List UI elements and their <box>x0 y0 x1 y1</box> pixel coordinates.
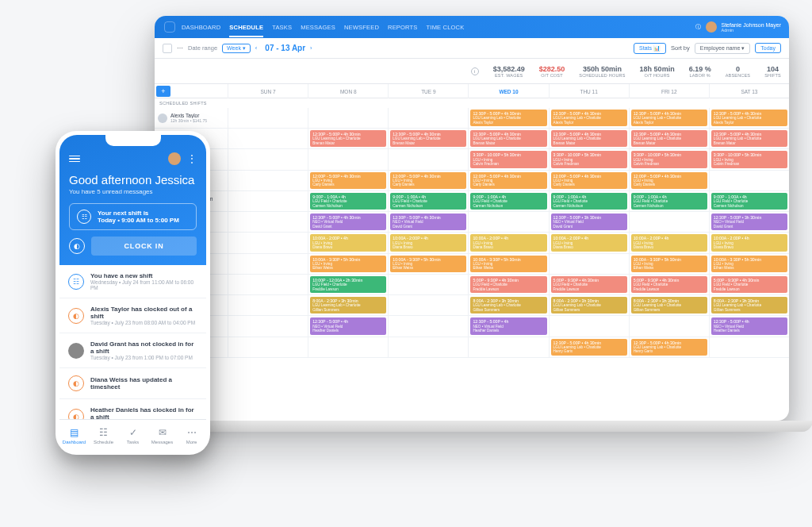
shift-block[interactable]: 12:30P - 5:00P • 4h 30minNEO • Virtual F… <box>310 213 386 230</box>
day-cell[interactable] <box>549 254 629 274</box>
tab-dashboard[interactable]: ▤Dashboard <box>59 420 89 451</box>
day-header[interactable]: MON 8 <box>308 84 388 98</box>
shift-block[interactable]: 9:00P - 1:00A • 4hLGU Field • CharlotteC… <box>711 193 787 210</box>
day-cell[interactable]: 10:00A - 3:30P • 5h 30minLGU • IrvingEth… <box>308 254 388 274</box>
shift-block[interactable]: 3:30P - 10:00P • 5h 30minLGU • IrvingCal… <box>711 151 787 167</box>
day-header[interactable]: WED 10 <box>468 84 548 98</box>
shift-block[interactable]: 12:30P - 5:00P • 4h 30minLGU Learning La… <box>310 130 386 147</box>
day-header[interactable]: TUE 9 <box>388 84 468 98</box>
day-cell[interactable]: 10:00A - 3:30P • 5h 30minLGU • IrvingEth… <box>709 254 789 274</box>
day-cell[interactable]: 12:30P - 5:00P • 4h 30minLGU Learning La… <box>308 129 388 148</box>
day-cell[interactable] <box>308 337 388 357</box>
day-cell[interactable]: 12:30P - 5:00P • 3h 30minNEO • Virtual F… <box>549 212 629 232</box>
shift-block[interactable]: 8:00A - 2:30P • 3h 30minLGU Learning Lab… <box>551 297 627 314</box>
nav-item-tasks[interactable]: TASKS <box>272 24 292 31</box>
day-header[interactable]: SUN 7 <box>228 84 308 98</box>
day-cell[interactable]: 5:00P - 9:30P • 4h 30minLGU Field • Char… <box>629 275 709 294</box>
day-cell[interactable]: 12:30P - 5:00P • 4h 30minLGU Learning La… <box>549 337 629 357</box>
shift-block[interactable]: 12:30P - 5:00P • 4h 30minLGU Learning La… <box>470 130 546 147</box>
day-cell[interactable]: 10:00A - 3:30P • 5h 30minLGU • IrvingEth… <box>468 254 548 274</box>
add-button[interactable]: + <box>156 86 170 97</box>
shift-block[interactable]: 12:30P - 5:00P • 3h 30minNEO • Virtual F… <box>711 213 787 230</box>
day-header[interactable]: THU 11 <box>549 84 629 98</box>
employee-cell[interactable]: Alexis Taylor12h 30min • $141.75 <box>155 108 228 128</box>
notification-icon[interactable]: ⓘ <box>695 23 701 31</box>
shift-block[interactable]: 12:30P - 5:00P • 4hNEO • Virtual FieldHe… <box>310 317 386 334</box>
day-cell[interactable]: 12:30P - 5:00P • 4h 30minLGU Learning La… <box>388 129 468 148</box>
tab-more[interactable]: ⋯More <box>177 420 206 451</box>
day-cell[interactable]: 8:00A - 2:30P • 3h 30minLGU Learning Lab… <box>629 295 709 315</box>
day-cell[interactable] <box>228 212 308 232</box>
day-cell[interactable]: 12:30P - 5:00P • 4h 30minLGU Learning La… <box>549 129 629 148</box>
shift-block[interactable]: 8:00A - 2:30P • 3h 30minLGU Learning Lab… <box>310 297 386 314</box>
day-cell[interactable] <box>228 316 308 336</box>
day-cell[interactable]: 10:00P - 12:00A • 2h 30minLGU Field • Ch… <box>308 275 388 294</box>
day-cell[interactable] <box>308 108 388 128</box>
day-cell[interactable] <box>228 171 308 190</box>
avatar[interactable] <box>706 21 717 33</box>
day-cell[interactable]: 8:00A - 2:30P • 3h 30minLGU Learning Lab… <box>308 295 388 315</box>
day-cell[interactable] <box>388 108 468 128</box>
day-cell[interactable] <box>549 316 629 336</box>
day-cell[interactable]: 12:30P - 5:00P • 4h 30minLGU Learning La… <box>709 108 789 128</box>
day-cell[interactable] <box>629 316 709 336</box>
shift-block[interactable]: 10:00A - 3:30P • 5h 30minLGU • IrvingEth… <box>470 256 546 272</box>
shift-block[interactable]: 8:00A - 2:30P • 3h 30minLGU Learning Lab… <box>631 297 707 314</box>
day-cell[interactable] <box>468 337 548 357</box>
more-icon[interactable]: ⋮ <box>187 153 197 164</box>
feed-item[interactable]: David Grant has not clocked in for a shi… <box>59 333 206 368</box>
day-cell[interactable]: 10:00A - 2:00P • 4hLGU • IrvingDiana Bra… <box>629 233 709 252</box>
shift-block[interactable]: 10:00A - 2:00P • 4hLGU • IrvingDiana Bra… <box>390 234 466 251</box>
shift-block[interactable]: 12:00P - 5:00P • 4h 30minLGU • IrvingCar… <box>390 172 466 189</box>
shift-block[interactable]: 10:00A - 3:30P • 5h 30minLGU • IrvingEth… <box>631 256 707 272</box>
day-cell[interactable]: 9:00P - 1:00A • 4hLGU Field • CharlotteC… <box>308 191 388 211</box>
day-cell[interactable] <box>228 108 308 128</box>
shift-block[interactable]: 12:30P - 5:00P • 4hNEO • Virtual FieldHe… <box>711 317 787 334</box>
day-cell[interactable]: 12:30P - 5:00P • 4h 30minNEO • Virtual F… <box>308 212 388 232</box>
day-cell[interactable]: 5:00P - 9:30P • 4h 30minLGU Field • Char… <box>709 275 789 294</box>
stats-button[interactable]: Stats 📊 <box>634 43 666 54</box>
day-cell[interactable] <box>388 337 468 357</box>
shift-block[interactable]: 10:00A - 2:00P • 4hLGU • IrvingDiana Bra… <box>310 234 386 251</box>
info-icon[interactable]: i <box>471 67 479 75</box>
day-cell[interactable]: 9:00P - 1:00A • 4hLGU Field • CharlotteC… <box>549 191 629 211</box>
nav-item-reports[interactable]: REPORTS <box>388 24 418 31</box>
day-cell[interactable]: 9:00P - 1:00A • 4hLGU Field • CharlotteC… <box>468 191 548 211</box>
menu-icon[interactable] <box>69 156 80 163</box>
day-cell[interactable]: 3:30P - 10:00P • 5h 30minLGU • IrvingCal… <box>468 149 548 169</box>
shift-block[interactable]: 5:00P - 9:30P • 4h 30minLGU Field • Char… <box>711 276 787 293</box>
shift-block[interactable]: 9:00P - 1:00A • 4hLGU Field • CharlotteC… <box>310 193 386 210</box>
day-cell[interactable]: 12:30P - 5:00P • 4hNEO • Virtual FieldHe… <box>468 316 548 336</box>
day-cell[interactable] <box>388 316 468 336</box>
nav-item-newsfeed[interactable]: NEWSFEED <box>344 24 379 31</box>
day-cell[interactable]: 12:30P - 5:00P • 4h 30minLGU Learning La… <box>709 129 789 148</box>
shift-block[interactable]: 12:00P - 5:00P • 4h 30minLGU • IrvingCar… <box>551 172 627 189</box>
shift-block[interactable]: 12:30P - 5:00P • 3h 30minNEO • Virtual F… <box>551 213 627 230</box>
shift-block[interactable]: 9:00P - 1:00A • 4hLGU Field • CharlotteC… <box>390 193 466 210</box>
day-cell[interactable]: 8:00A - 2:30P • 3h 30minLGU Learning Lab… <box>709 295 789 315</box>
day-cell[interactable] <box>228 233 308 252</box>
day-cell[interactable]: 12:00P - 5:00P • 4h 30minLGU • IrvingCar… <box>629 171 709 190</box>
shift-block[interactable]: 12:30P - 5:00P • 4h 30minLGU Learning La… <box>390 130 466 147</box>
day-cell[interactable]: 5:00P - 9:30P • 4h 30minLGU Field • Char… <box>468 275 548 294</box>
day-cell[interactable]: 10:00A - 2:00P • 4hLGU • IrvingDiana Bra… <box>388 233 468 252</box>
day-cell[interactable]: 12:30P - 5:00P • 3h 30minNEO • Virtual F… <box>709 212 789 232</box>
day-cell[interactable]: 12:00P - 5:00P • 4h 30minLGU • IrvingCar… <box>549 171 629 190</box>
day-cell[interactable]: 10:00A - 3:30P • 5h 30minLGU • IrvingEth… <box>629 254 709 274</box>
feed-item[interactable]: ◐Alexis Taylor has clocked out of a shif… <box>59 298 206 333</box>
day-cell[interactable]: 3:30P - 10:00P • 5h 30minLGU • IrvingCal… <box>629 149 709 169</box>
day-cell[interactable] <box>468 212 548 232</box>
day-cell[interactable]: 12:30P - 5:00P • 4h 30minLGU Learning La… <box>468 129 548 148</box>
shift-block[interactable]: 10:00P - 12:00A • 2h 30minLGU Field • Ch… <box>310 276 386 293</box>
day-cell[interactable]: 5:00P - 9:30P • 4h 30minLGU Field • Char… <box>549 275 629 294</box>
shift-block[interactable]: 12:30P - 5:00P • 4h 30minLGU Learning La… <box>470 110 546 126</box>
day-cell[interactable] <box>629 212 709 232</box>
tab-tasks[interactable]: ✓Tasks <box>118 420 147 451</box>
day-cell[interactable] <box>228 295 308 315</box>
feed-item[interactable]: ◐Diana Weiss has updated a timesheet <box>59 368 206 399</box>
range-select[interactable]: Week ▾ <box>222 44 251 53</box>
shift-block[interactable]: 12:30P - 5:00P • 4h 30minLGU Learning La… <box>711 110 787 126</box>
day-cell[interactable]: 12:00P - 5:00P • 4h 30minLGU • IrvingCar… <box>308 171 388 190</box>
shift-block[interactable]: 12:30P - 5:00P • 4h 30minNEO • Virtual F… <box>390 213 466 230</box>
sort-select[interactable]: Employee name ▾ <box>695 43 751 54</box>
